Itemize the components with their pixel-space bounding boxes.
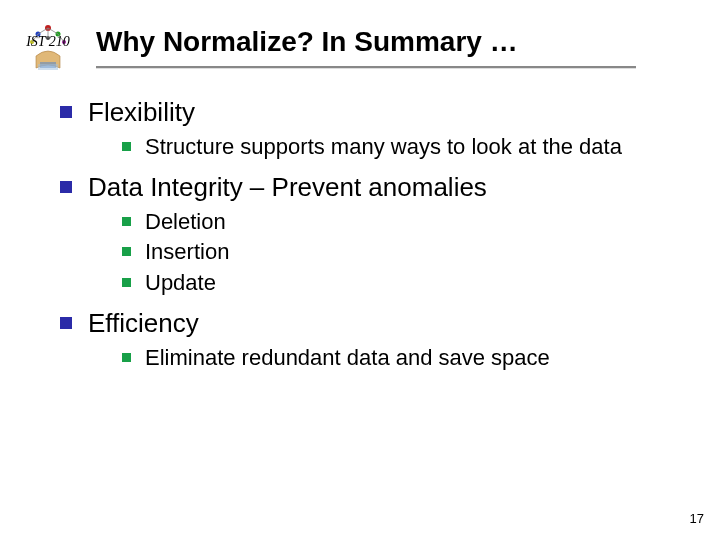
svg-rect-12 [38, 64, 58, 70]
bullet-level2: Insertion [122, 238, 680, 267]
bullet-text: Insertion [145, 238, 229, 267]
bullet-level1: Flexibility [60, 96, 680, 129]
bullet-level2: Eliminate redundant data and save space [122, 344, 680, 373]
svg-line-7 [48, 28, 58, 34]
sub-bullets: Deletion Insertion Update [122, 208, 680, 298]
title-underline [96, 66, 636, 68]
bullet-text: Flexibility [88, 96, 195, 129]
svg-line-6 [38, 28, 48, 34]
svg-line-8 [32, 34, 38, 42]
svg-line-9 [58, 34, 64, 42]
square-bullet-icon [122, 353, 131, 362]
bullet-text: Structure supports many ways to look at … [145, 133, 622, 162]
square-bullet-icon [122, 247, 131, 256]
square-bullet-icon [122, 142, 131, 151]
bullet-level2: Update [122, 269, 680, 298]
slide: IST 210 Why Normalize? In Summary … Flex… [0, 0, 720, 540]
square-bullet-icon [122, 278, 131, 287]
square-bullet-icon [60, 317, 72, 329]
bullet-text: Data Integrity – Prevent anomalies [88, 171, 487, 204]
page-number: 17 [690, 511, 704, 526]
bullet-text: Deletion [145, 208, 226, 237]
square-bullet-icon [60, 181, 72, 193]
sub-bullets: Structure supports many ways to look at … [122, 133, 680, 162]
square-bullet-icon [60, 106, 72, 118]
bullet-level1: Efficiency [60, 307, 680, 340]
bullet-text: Eliminate redundant data and save space [145, 344, 550, 373]
bullet-level1: Data Integrity – Prevent anomalies [60, 171, 680, 204]
slide-body: Flexibility Structure supports many ways… [60, 90, 680, 382]
sub-bullets: Eliminate redundant data and save space [122, 344, 680, 373]
bullet-level2: Deletion [122, 208, 680, 237]
bullet-level2: Structure supports many ways to look at … [122, 133, 680, 162]
slide-title: Why Normalize? In Summary … [96, 26, 518, 58]
course-logo [18, 22, 78, 72]
bullet-text: Update [145, 269, 216, 298]
square-bullet-icon [122, 217, 131, 226]
bullet-text: Efficiency [88, 307, 199, 340]
